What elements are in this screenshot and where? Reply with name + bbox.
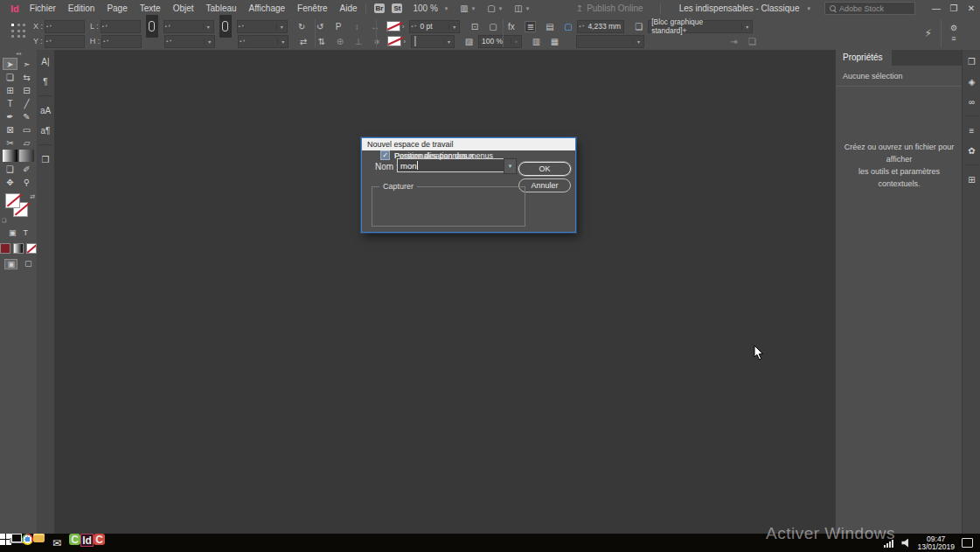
reference-point-proxy[interactable] <box>11 24 27 39</box>
wrap-jump-icon[interactable]: ▥ <box>532 37 541 46</box>
line-tool[interactable]: ╱ <box>19 97 34 109</box>
stroke-color-swatch[interactable] <box>387 36 401 46</box>
object-style-icon[interactable]: ❏ <box>634 22 643 31</box>
volume-icon[interactable] <box>901 539 910 548</box>
frame-tool[interactable]: ⊠ <box>3 123 17 136</box>
stroke-weight-field[interactable]: ▲▼0 pt▾ <box>409 20 460 33</box>
menu-item[interactable]: Objet <box>173 3 194 13</box>
name-combo-arrow[interactable]: ▾ <box>504 158 517 174</box>
menu-item[interactable]: Page <box>107 3 127 13</box>
document-canvas[interactable] <box>55 50 835 534</box>
anchor-icon[interactable]: ⊕ <box>335 37 344 46</box>
stroke-panel-icon[interactable]: ≡ <box>965 124 979 136</box>
formatting-affects-container-icon[interactable]: ▣ <box>9 228 17 237</box>
corner-shape-icon[interactable]: ▢ <box>488 22 497 31</box>
rectangle-tool[interactable]: ▭ <box>19 123 34 136</box>
clock[interactable]: 09:47 13/01/2019 <box>917 535 955 551</box>
control-panel-menu[interactable]: ⚙ ≡ <box>950 24 957 43</box>
width-field[interactable]: ▲▼ <box>101 20 141 33</box>
apply-color-button[interactable] <box>0 243 10 254</box>
flip-horizontal-icon[interactable]: ⇄ <box>298 37 308 46</box>
action-center-icon[interactable] <box>962 538 973 548</box>
minimize-button[interactable]: — <box>928 3 945 13</box>
preview-mode-icon[interactable]: ▢ <box>24 259 32 269</box>
x-position-field[interactable]: ▲▼ <box>45 20 85 33</box>
paragraph-panel-icon[interactable]: ¶ <box>38 75 52 87</box>
clear-overrides-icon[interactable]: ❏ <box>747 37 757 46</box>
cc-libraries-panel-icon[interactable]: ⊞ <box>965 173 979 185</box>
cancel-button[interactable]: Annuler <box>518 178 571 192</box>
bridge-button[interactable]: Br <box>374 3 386 13</box>
character-styles-panel-icon[interactable]: aA <box>38 104 52 116</box>
fill-swatch-none[interactable] <box>5 193 20 208</box>
wrap-both-sides-icon[interactable]: ▦ <box>550 37 560 46</box>
checkbox[interactable]: ✓ <box>380 150 390 160</box>
scale-y-field[interactable]: ▲▼▾ <box>164 35 215 48</box>
menu-customization-checkbox[interactable]: ✓ Personnalisation des menus <box>380 150 493 160</box>
task-view-button[interactable] <box>11 534 22 542</box>
swap-fill-stroke-icon[interactable]: ⇄ <box>30 193 35 200</box>
gradient-swatch-tool[interactable] <box>3 150 17 162</box>
note-tool[interactable]: ❑ <box>3 163 17 175</box>
chevron-down-icon[interactable]: ▾ <box>526 5 530 12</box>
camtasia-recorder-icon[interactable]: C <box>94 534 105 545</box>
close-button[interactable]: ✕ <box>963 3 980 13</box>
default-fill-stroke-icon[interactable]: ❏ <box>2 217 6 223</box>
chrome-icon[interactable] <box>22 534 33 545</box>
menu-item[interactable]: Edition <box>68 3 95 13</box>
fit-frame-icon[interactable]: ▢ <box>563 22 573 31</box>
links-panel-icon[interactable]: ∞ <box>965 95 979 108</box>
rotation-angle-field[interactable]: ▲▼▾ <box>237 20 288 33</box>
dialog-title[interactable]: Nouvel espace de travail <box>362 138 575 150</box>
collapse-panel-icon[interactable]: ◂◂ <box>0 50 37 58</box>
type-tool[interactable]: T <box>3 97 17 109</box>
color-panel-icon[interactable]: ✿ <box>965 144 979 157</box>
workspace-switcher[interactable]: Les indispensables - Classique ▾ <box>679 3 814 13</box>
arrange-documents-icon[interactable]: ◫ <box>514 3 522 13</box>
content-collector-tool[interactable]: ⊞ <box>3 84 17 96</box>
tab-properties[interactable]: Propriétés <box>836 50 892 66</box>
mail-icon[interactable]: ✉ <box>45 534 69 552</box>
gap-tool[interactable]: ⇆ <box>19 71 34 83</box>
scissors-tool[interactable]: ✂ <box>3 136 17 149</box>
character-panel-icon[interactable]: A| <box>38 55 52 67</box>
opacity-icon[interactable]: ▨ <box>464 37 474 46</box>
chevron-down-icon[interactable]: ▾ <box>472 5 476 12</box>
view-options-icon[interactable]: ▥ <box>460 3 468 13</box>
menu-item[interactable]: Aide <box>340 3 358 13</box>
stroke-style-dropdown[interactable]: ▾ <box>411 35 455 48</box>
camtasia-icon[interactable]: C <box>69 534 80 545</box>
restore-button[interactable]: ❐ <box>945 3 963 13</box>
stroke-menu-button[interactable]: › <box>403 38 406 45</box>
normal-view-icon[interactable]: ▣ <box>4 259 17 269</box>
wrap-none-icon[interactable]: ≣ <box>525 21 536 32</box>
pencil-tool[interactable]: ✎ <box>19 110 34 122</box>
publish-online-button[interactable]: ↥ Publish Online <box>576 3 643 13</box>
selection-tool[interactable]: ➤ <box>3 58 17 70</box>
shear-angle-field[interactable]: ▲▼▾ <box>238 35 288 48</box>
frame-fitting-dropdown[interactable]: ▾ <box>576 35 644 48</box>
height-field[interactable]: ▲▼ <box>101 35 142 48</box>
page-tool[interactable]: ❏ <box>3 71 17 83</box>
chevron-down-icon[interactable]: ▾ <box>499 5 503 12</box>
apply-gradient-button[interactable] <box>13 243 24 254</box>
align-vertical-icon[interactable]: ↕ <box>352 22 362 31</box>
stock-button[interactable]: St <box>392 3 402 13</box>
content-placer-tool[interactable]: ⊟ <box>19 84 34 96</box>
menu-item[interactable]: Fichier <box>30 3 56 13</box>
rotate-ccw-icon[interactable]: ↺ <box>316 22 325 31</box>
corner-options-icon[interactable]: ⊡ <box>469 22 479 31</box>
free-transform-tool[interactable]: ▱ <box>19 136 34 149</box>
menu-item[interactable]: Fenêtre <box>297 3 327 13</box>
opacity-field[interactable]: 100 %› <box>478 35 522 48</box>
pen-tool[interactable]: ✒ <box>3 110 17 122</box>
file-explorer-icon[interactable] <box>33 534 45 542</box>
scale-x-field[interactable]: ▲▼▾ <box>163 20 214 33</box>
menu-item[interactable]: Texte <box>140 3 161 13</box>
ok-button[interactable]: OK <box>518 162 571 176</box>
screen-mode-icon[interactable]: ▢ <box>487 3 495 13</box>
baseline-icon[interactable]: ⊥ <box>353 37 363 46</box>
object-style-dropdown[interactable]: [Bloc graphique standard]+▾ <box>648 20 753 33</box>
effects-icon[interactable]: fx <box>506 22 516 31</box>
start-button[interactable] <box>0 534 11 545</box>
